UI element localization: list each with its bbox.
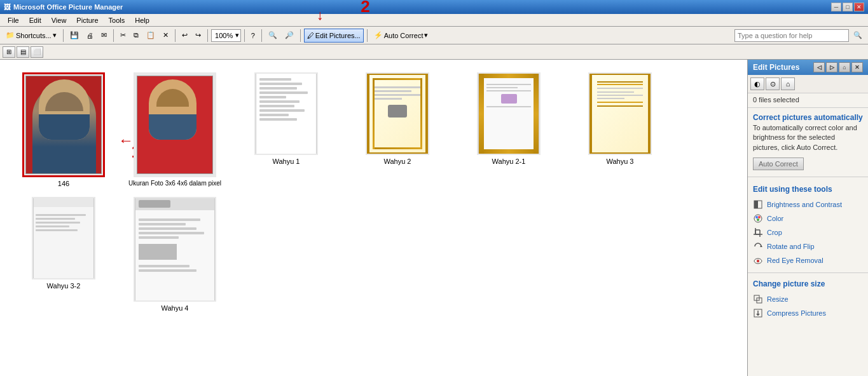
thumbnail-item-wahyu4[interactable]: Wahyu 4: [124, 197, 226, 312]
tool-color[interactable]: Color: [748, 211, 868, 225]
tool-rotate[interactable]: Rotate and Flip: [748, 239, 868, 253]
zoom-in-button[interactable]: 🔍: [265, 29, 280, 43]
menu-help[interactable]: Help: [130, 15, 155, 25]
cut-icon: ✂: [120, 31, 126, 39]
panel-home-button[interactable]: ⌂: [839, 62, 850, 72]
thumbnail-label-wahyu3: Wahyu 3: [606, 158, 633, 165]
filmstrip-view-button[interactable]: ▤: [17, 46, 29, 58]
view-toolbar: ⊞ ▤ ⬜: [0, 44, 868, 60]
edit-pictures-icon: 🖊: [307, 32, 314, 39]
paste-button[interactable]: 📋: [143, 29, 158, 43]
help-icon: ?: [251, 32, 255, 39]
separator-6: [261, 29, 262, 42]
redo-button[interactable]: ↪: [192, 29, 204, 43]
correct-section-desc: To automatically correct color and brigh…: [748, 123, 868, 155]
panel-close-button[interactable]: ✕: [851, 62, 863, 72]
close-button[interactable]: ✕: [854, 3, 864, 11]
change-size-title: Change picture size: [748, 276, 868, 290]
thumbnail-label-wahyu3-2: Wahyu 3-2: [47, 282, 81, 290]
tool-compress[interactable]: Compress Pictures: [748, 306, 868, 320]
thumbnail-item-146[interactable]: 146 ← 1: [13, 72, 114, 187]
thumbnail-item-wahyu3-2[interactable]: Wahyu 3-2: [13, 197, 114, 312]
thumbnail-item-wahyu3[interactable]: Wahyu 3: [569, 72, 671, 187]
separator-2: [113, 29, 114, 42]
maximize-button[interactable]: □: [843, 3, 853, 11]
svg-marker-19: [756, 314, 760, 316]
email-button[interactable]: ✉: [98, 29, 110, 43]
thumbnail-item-ukuran[interactable]: Ukuran Foto 3x6 4x6 dalam pixel: [124, 72, 226, 187]
svg-point-4: [758, 216, 761, 218]
thumbnail-image-wahyu2: [366, 72, 429, 155]
save-button[interactable]: 💾: [67, 29, 82, 43]
thumbnail-view-button[interactable]: ⊞: [3, 46, 15, 58]
thumbnail-item-wahyu2-1[interactable]: Wahyu 2-1: [458, 72, 560, 187]
thumbnail-label-wahyu4: Wahyu 4: [161, 304, 188, 312]
separator-8: [367, 29, 368, 42]
svg-rect-1: [754, 201, 758, 208]
thumbnail-label-ukuran: Ukuran Foto 3x6 4x6 dalam pixel: [128, 180, 221, 187]
single-view-button[interactable]: ⬜: [31, 46, 43, 58]
delete-button[interactable]: ✕: [160, 29, 172, 43]
tool-resize[interactable]: Resize: [748, 292, 868, 306]
panel-back-button[interactable]: ◁: [813, 62, 825, 72]
main-area: 146 ← 1 Ukuran Foto: [0, 60, 868, 376]
correct-section-title: Correct pictures automatically: [748, 109, 868, 123]
edit-pictures-button[interactable]: 🖊 Edit Pictures...: [304, 29, 364, 43]
auto-correct-label: Auto Correct: [384, 32, 424, 39]
print-icon: 🖨: [86, 32, 93, 39]
thumbnail-image-146: [22, 72, 105, 177]
thumbnail-image-wahyu1: [254, 72, 318, 155]
menu-picture[interactable]: Picture: [71, 15, 103, 25]
copy-button[interactable]: ⧉: [130, 29, 142, 43]
panel-tool-1[interactable]: ◐: [750, 77, 764, 90]
menu-file[interactable]: File: [3, 15, 24, 25]
redeye-icon: [753, 255, 763, 265]
cut-button[interactable]: ✂: [117, 29, 129, 43]
thumbnail-label-wahyu1: Wahyu 1: [272, 158, 300, 165]
zoom-box[interactable]: ▾: [211, 29, 241, 42]
tool-brightness[interactable]: Brightness and Contrast: [748, 198, 868, 211]
zoom-out-button[interactable]: 🔎: [282, 29, 297, 43]
brightness-icon: [753, 199, 763, 210]
tool-compress-label: Compress Pictures: [767, 309, 826, 317]
thumbnail-image-wahyu3: [588, 72, 652, 155]
panel-header: Edit Pictures ◁ ▷ ⌂ ✕: [748, 60, 868, 75]
svg-point-5: [757, 218, 759, 221]
undo-icon: ↩: [182, 31, 188, 39]
help-search-button[interactable]: 🔍: [850, 29, 865, 43]
change-size-section: Resize Compress Pictures: [748, 290, 868, 323]
thumbnail-image-wahyu4: [134, 197, 216, 302]
tool-resize-label: Resize: [767, 295, 789, 303]
print-button[interactable]: 🖨: [83, 29, 97, 43]
help-search-input[interactable]: [734, 29, 849, 42]
undo-button[interactable]: ↩: [179, 29, 191, 43]
thumbnail-label-wahyu2-1: Wahyu 2-1: [492, 158, 526, 165]
resize-icon: [753, 294, 763, 304]
auto-correct-dropdown-icon: ▾: [424, 31, 428, 39]
help-button[interactable]: ?: [248, 29, 258, 43]
color-icon: [753, 213, 763, 224]
zoom-input[interactable]: [213, 32, 235, 39]
tools-section: Brightness and Contrast Color: [748, 195, 868, 270]
tool-crop-label: Crop: [767, 229, 782, 236]
panel-tool-2[interactable]: ⊙: [766, 77, 780, 90]
minimize-button[interactable]: ─: [831, 3, 841, 11]
zoom-dropdown-icon[interactable]: ▾: [235, 31, 239, 39]
thumbnail-label-wahyu2: Wahyu 2: [383, 158, 411, 165]
shortcuts-button[interactable]: 📁 Shortcuts... ▾: [3, 29, 60, 43]
delete-icon: ✕: [163, 31, 169, 39]
auto-correct-panel-button[interactable]: Auto Correct: [753, 158, 804, 170]
menu-tools[interactable]: Tools: [104, 15, 130, 25]
tool-crop[interactable]: Crop ← 3: [748, 225, 868, 239]
panel-tool-3[interactable]: ⌂: [781, 77, 795, 90]
thumbnail-image-ukuran: [134, 72, 216, 177]
zoom-out-icon: 🔎: [285, 31, 294, 39]
thumbnail-item-wahyu2[interactable]: Wahyu 2: [347, 72, 448, 187]
panel-forward-button[interactable]: ▷: [826, 62, 837, 72]
tool-redeye[interactable]: Red Eye Removal: [748, 253, 868, 267]
thumbnail-item-wahyu1[interactable]: Wahyu 1: [235, 72, 337, 187]
menu-view[interactable]: View: [46, 15, 72, 25]
thumbnail-image-wahyu2-1: [477, 72, 541, 155]
menu-edit[interactable]: Edit: [24, 15, 46, 25]
auto-correct-button[interactable]: ⚡ Auto Correct ▾: [371, 29, 432, 43]
